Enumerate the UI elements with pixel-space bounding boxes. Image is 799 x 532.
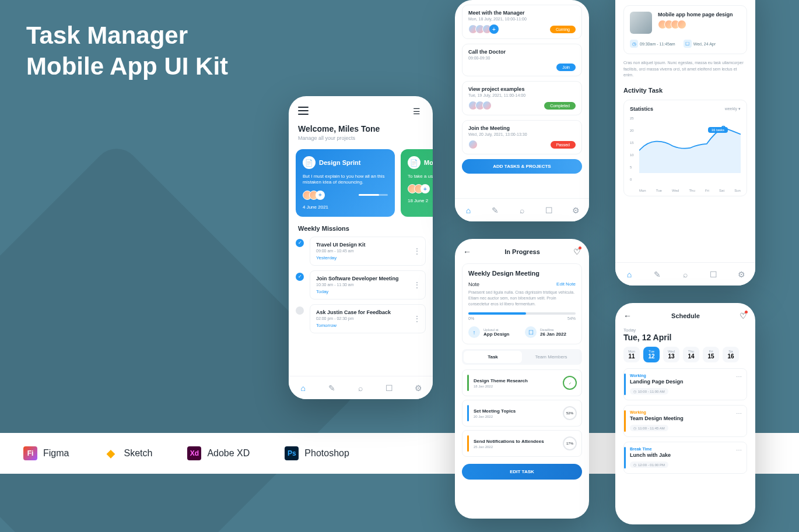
phone-home: ☰ Welcome, Miles Tone Manage all your pr… xyxy=(289,96,433,399)
phone-tasklist: Meet with the ManagerMon, 18 July, 2021,… xyxy=(455,0,589,221)
tab-members[interactable]: Team Members xyxy=(522,351,580,363)
filter-icon[interactable]: ☰ xyxy=(413,107,423,115)
nav-home-icon[interactable]: ⌂ xyxy=(623,269,635,280)
hero-line1: Task Manager xyxy=(26,22,188,49)
chart-tooltip: 16 tasks xyxy=(708,127,728,133)
note-text: Praesent sed ligula nulla. Cras dignissi… xyxy=(468,290,576,306)
tab-task[interactable]: Task xyxy=(464,351,522,363)
day-chip[interactable]: Tue12 xyxy=(643,347,660,362)
nav-calendar-icon[interactable]: ☐ xyxy=(384,382,395,394)
schedule-item[interactable]: WorkingTeam Design Meeting◷ 11:00 - 11:4… xyxy=(623,405,747,437)
more-icon[interactable]: ⋯ xyxy=(736,410,742,417)
task-item[interactable]: Meet with the ManagerMon, 18 July, 2021,… xyxy=(462,5,582,39)
task-item[interactable]: Call the Doctor09:00-09:30Join xyxy=(462,44,582,76)
accent-bar xyxy=(467,375,469,391)
clock-icon: ◷ xyxy=(633,389,636,393)
calendar-icon: ☐ xyxy=(684,40,692,48)
status-badge[interactable]: Completed xyxy=(544,102,576,110)
tool-xd: XdAdobe XD xyxy=(187,446,250,460)
project-name: Mobile app home page design xyxy=(658,12,741,17)
add-tasks-button[interactable]: ADD TASKS & PROJECTS xyxy=(462,159,582,174)
mission-item[interactable]: ✓Travel UI Design Kit09:00 am - 10:45 am… xyxy=(296,237,426,266)
nav-search-icon[interactable]: ⌕ xyxy=(355,382,366,394)
project-description: Cras non aliquet ipsum. Nunc egestas, ma… xyxy=(623,60,747,79)
activity-title: Activity Task xyxy=(615,79,755,97)
project-card[interactable]: 📄Design Sprint But I must explain to you… xyxy=(296,149,395,217)
statistics-title: Statistics xyxy=(630,106,653,112)
back-icon[interactable]: ← xyxy=(463,247,471,256)
progress-bar xyxy=(468,312,576,315)
nav-calendar-icon[interactable]: ☐ xyxy=(543,205,555,216)
status-badge[interactable]: Passed xyxy=(551,141,576,149)
screen-title: In Progress xyxy=(504,248,540,255)
clock-icon: ◷ xyxy=(630,40,638,48)
avatars: + xyxy=(408,184,433,193)
schedule-item[interactable]: Break TimeLunch with Jake◷ 12:00 - 01:00… xyxy=(623,442,747,474)
tool-ps: PsPhotoshop xyxy=(285,446,349,460)
back-icon[interactable]: ← xyxy=(623,311,632,320)
nav-settings-icon[interactable]: ⚙ xyxy=(412,382,424,394)
more-icon[interactable]: ⋯ xyxy=(736,447,742,453)
welcome-sub: Manage all your projects xyxy=(298,135,423,141)
nav-edit-icon[interactable]: ✎ xyxy=(326,382,338,394)
mission-item[interactable]: ✓Join Software Developer Meeting10:30 am… xyxy=(296,270,426,300)
more-icon[interactable]: ⋮ xyxy=(413,247,420,255)
day-chip[interactable]: Mon11 xyxy=(623,347,640,362)
accent-bar xyxy=(467,405,469,421)
day-chip[interactable]: Fri15 xyxy=(703,347,719,362)
notification-icon[interactable]: ♡ xyxy=(740,311,747,320)
notification-icon[interactable]: ♡ xyxy=(573,247,581,256)
avatars: + xyxy=(468,24,499,34)
subtask-item[interactable]: Set Meeting Topics20 Jan 202252% xyxy=(462,400,582,427)
nav-calendar-icon[interactable]: ☐ xyxy=(707,269,719,280)
add-member-icon[interactable]: + xyxy=(316,191,325,200)
avatars xyxy=(468,101,492,110)
status-badge[interactable]: Join xyxy=(556,64,576,71)
nav-settings-icon[interactable]: ⚙ xyxy=(570,205,581,216)
more-icon[interactable]: ⋮ xyxy=(413,315,420,323)
avatars xyxy=(468,140,478,149)
project-thumbnail xyxy=(630,12,652,34)
more-icon[interactable]: ⋮ xyxy=(413,281,420,289)
figma-icon: Fi xyxy=(23,446,37,460)
subtask-item[interactable]: Send Notifications to Attendees25 Jan 20… xyxy=(462,430,582,457)
more-icon[interactable]: ⋯ xyxy=(736,374,742,380)
task-item[interactable]: Join the MeetingWed, 20 July, 2021, 13:0… xyxy=(462,120,582,154)
add-member-icon[interactable]: + xyxy=(489,24,499,34)
missions-timeline: ✓Travel UI Design Kit09:00 am - 10:45 am… xyxy=(289,237,433,333)
menu-icon[interactable] xyxy=(298,107,309,115)
project-card[interactable]: 📄Mo To take a us ever u + 18 June 2 xyxy=(401,149,433,217)
sketch-icon: ◆ xyxy=(104,446,118,460)
edit-task-button[interactable]: EDIT TASK xyxy=(462,464,582,480)
status-badge[interactable]: Coming xyxy=(550,26,576,33)
mission-item[interactable]: Ask Justin Case for Feedback02:00 pm - 0… xyxy=(296,304,426,333)
day-chip[interactable]: Thu14 xyxy=(683,347,699,362)
status-dot-icon: ✓ xyxy=(296,239,304,247)
nav-edit-icon[interactable]: ✎ xyxy=(489,205,501,216)
clock-icon: ◷ xyxy=(633,426,636,430)
nav-search-icon[interactable]: ⌕ xyxy=(516,205,528,216)
nav-edit-icon[interactable]: ✎ xyxy=(651,269,663,280)
progress-ring: 52% xyxy=(563,406,577,420)
avatars xyxy=(658,20,741,29)
subtask-item[interactable]: Design Theme Research18 Jan 2022✓ xyxy=(462,369,582,396)
clock-icon: ◷ xyxy=(633,463,636,467)
day-chip[interactable]: Sa16 xyxy=(723,347,739,362)
document-icon: 📄 xyxy=(408,156,420,169)
nav-search-icon[interactable]: ⌕ xyxy=(679,269,691,280)
bottom-nav: ⌂ ✎ ⌕ ☐ ⚙ xyxy=(615,262,755,286)
nav-home-icon[interactable]: ⌂ xyxy=(462,205,474,216)
welcome-title: Welcome, Miles Tone xyxy=(298,124,423,133)
avatars: + xyxy=(303,191,325,200)
bottom-nav: ⌂ ✎ ⌕ ☐ ⚙ xyxy=(289,376,433,399)
edit-note-link[interactable]: Edit Note xyxy=(556,281,576,287)
schedule-item[interactable]: WorkingLanding Page Design◷ 10:00 - 11:0… xyxy=(623,368,747,400)
hero-title: Task ManagerMobile App UI Kit xyxy=(26,20,228,82)
nav-settings-icon[interactable]: ⚙ xyxy=(735,269,747,280)
day-chip[interactable]: Wed13 xyxy=(663,347,679,362)
project-cards[interactable]: 📄Design Sprint But I must explain to you… xyxy=(289,149,433,217)
period-select[interactable]: weekly ▾ xyxy=(725,107,741,111)
task-item[interactable]: View project examplesTue, 19 July, 2021,… xyxy=(462,81,582,115)
nav-home-icon[interactable]: ⌂ xyxy=(297,382,309,394)
phone-project: ← Project ♡ Mobile app home page design … xyxy=(615,0,755,286)
